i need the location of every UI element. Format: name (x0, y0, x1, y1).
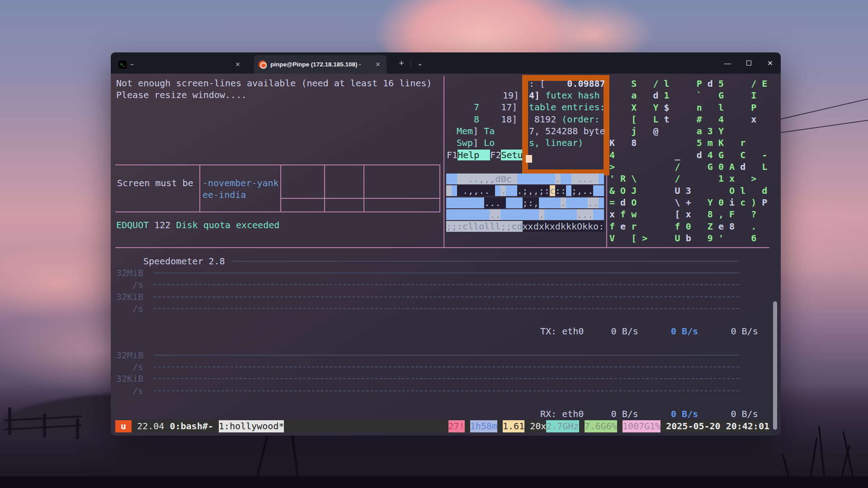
close-button[interactable]: ✕ (760, 52, 781, 74)
terminal-content[interactable]: Not enough screen-lines available (need … (111, 74, 781, 436)
cloud (529, 0, 656, 59)
tab-ssh-session[interactable]: pinpe@Pinpe (172.18.185.108) · ✕ (254, 55, 387, 74)
table-border (115, 211, 440, 212)
axis-label: /s (132, 385, 143, 397)
htop-swp-row: Swp] Lo (457, 137, 495, 149)
tmux-status-bar: u 22.04 0:bash#- 1:hollywood* 27! 1h58m … (115, 420, 769, 432)
maximize-icon (746, 61, 751, 66)
table-cell-text: ee-india (203, 189, 246, 201)
pane-divider-vertical (606, 174, 607, 247)
fence-post (76, 418, 79, 439)
status-right: 27! 1h58m 1.61 20x2.7GHz 7.6G6% 1007G1% … (448, 420, 770, 432)
table-cell-text: Screen must be (117, 177, 193, 189)
futex-line: s, linear) (529, 137, 583, 149)
futex-line: 8192 (order: (529, 113, 600, 125)
pane-divider-horizontal (115, 247, 769, 248)
graph-line-dashed (154, 366, 739, 367)
edquot-message: EDQUOT 122 Disk quota exceeded (116, 219, 279, 231)
htop-row: 8 18] (474, 113, 517, 125)
ubuntu-icon (259, 61, 267, 69)
pane-divider-vertical (443, 76, 444, 247)
futex-line: : [ 0.09887 (529, 78, 605, 89)
close-tab-icon[interactable]: ✕ (234, 61, 242, 68)
graph-line-dashed (154, 378, 739, 379)
tab-title: pinpe@Pinpe (172.18.185.108) · (270, 61, 370, 68)
terminal-icon: >_ (118, 61, 127, 69)
status-left: u 22.04 0:bash#- 1:hollywood* (115, 420, 284, 432)
table-border (280, 164, 281, 212)
fence-post (8, 408, 11, 435)
axis-label: /s (132, 361, 143, 373)
axis-label: /s (132, 279, 143, 291)
close-tab-icon[interactable]: ✕ (374, 61, 382, 68)
table-border (324, 164, 325, 212)
futex-line: table entries: (529, 101, 605, 113)
desktop: { "window": { "tabs": [ { "title": "~", … (0, 0, 868, 488)
tab-separator (410, 59, 411, 68)
tab-dropdown-button[interactable]: ⌄ (412, 56, 428, 70)
axis-label: 32MiB (116, 267, 143, 279)
terminal-cursor (526, 155, 532, 163)
graph-line-dashed (154, 284, 739, 285)
htop-mem-row: Mem] Ta (457, 125, 495, 137)
grass-band (0, 476, 868, 488)
new-tab-button[interactable]: + (393, 56, 410, 70)
tx-stats-row: TX: eth0 0 B/s 0 B/s 0 B/s (540, 325, 758, 337)
rx-stats-row: RX: eth0 0 B/s 0 B/s 0 B/s (540, 408, 758, 420)
table-border (199, 164, 200, 212)
table-cell-text: -november-yank (203, 177, 279, 189)
axis-label: 32KiB (116, 291, 143, 303)
graph-line (154, 355, 739, 356)
graph-line-dashed (154, 390, 739, 391)
ascii-art-block: ..,,,d0c . ... .,,.. . .;,,;:c:: ;,.. ..… (446, 173, 604, 232)
window-titlebar[interactable]: >_ ~ ✕ pinpe@Pinpe (172.18.185.108) · ✕ … (111, 52, 781, 74)
htop-row: 19] (503, 89, 519, 101)
axis-label: /s (132, 303, 143, 314)
futex-line: 4] futex hash (529, 89, 600, 101)
table-border (363, 164, 364, 212)
speedometer-title: Speedometer 2.8 (143, 255, 225, 267)
table-border (115, 164, 440, 165)
matrix-rain: S / l P d 5 / E a d 1 ` G I X Y $ n l P … (609, 78, 767, 244)
futex-line: 7, 524288 byte (529, 125, 605, 137)
scrollbar-thumb[interactable] (773, 301, 777, 430)
minimize-button[interactable]: — (717, 52, 738, 74)
resize-warning: Please resize window.... (116, 89, 247, 101)
graph-line-dashed (154, 296, 739, 297)
maximize-button[interactable] (738, 52, 760, 74)
axis-label: 32MiB (116, 349, 143, 361)
table-border (439, 164, 440, 212)
graph-line-dashed (154, 308, 739, 309)
terminal-window: >_ ~ ✕ pinpe@Pinpe (172.18.185.108) · ✕ … (111, 52, 781, 436)
tab-home[interactable]: >_ ~ ✕ (114, 55, 246, 74)
tab-title: ~ (130, 61, 230, 68)
axis-label: 32KiB (116, 373, 143, 385)
table-border (280, 198, 439, 199)
htop-fkey-row: F1Help F2Setu (447, 149, 523, 161)
htop-row: 7 17] (474, 101, 517, 113)
screen-lines-warning: Not enough screen-lines available (need … (116, 77, 432, 89)
graph-line (154, 272, 739, 273)
graph-line (232, 261, 739, 262)
